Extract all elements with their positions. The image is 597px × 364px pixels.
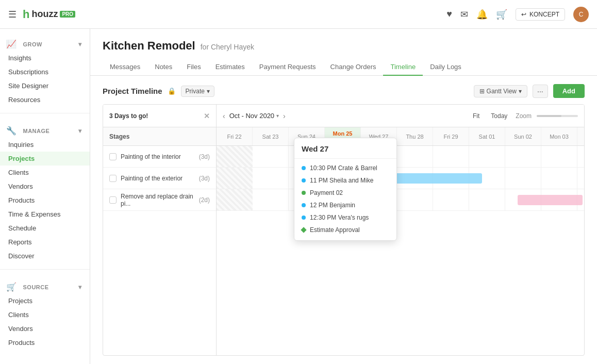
list-item: 10:30 PM Crate & Barrel: [294, 162, 396, 174]
mail-icon[interactable]: ✉: [460, 9, 468, 20]
gantt-right-controls: Fit Today Zoom: [463, 111, 584, 121]
private-chevron-icon: ▾: [207, 88, 210, 95]
gantt-grid: Fri 22 Sat 23 Sun 24 Mon 25: [217, 127, 584, 355]
sidebar-item-source-products[interactable]: Products: [0, 336, 90, 350]
tab-notes[interactable]: Notes: [147, 59, 179, 76]
sidebar-item-vendors[interactable]: Vendors: [0, 179, 90, 193]
logo[interactable]: h houzz PRO: [23, 8, 75, 21]
sidebar-item-resources[interactable]: Resources: [0, 93, 90, 107]
gantt-body: Stages Painting of the interior (3d) Pai…: [103, 127, 584, 355]
stage-checkbox-1[interactable]: [109, 153, 117, 160]
prev-date-button[interactable]: ‹: [223, 112, 225, 120]
popup-dot-icon: [302, 166, 306, 170]
days-badge-text: 3 Days to go!: [109, 112, 148, 120]
next-date-button[interactable]: ›: [283, 112, 286, 120]
stages-header: Stages: [103, 127, 216, 146]
add-button[interactable]: Add: [553, 84, 585, 98]
gantt-cell: [433, 189, 469, 210]
sidebar-section-grow-header[interactable]: 📈 GROW ▾: [0, 37, 90, 51]
date-col-sat23: Sat 23: [253, 127, 289, 145]
hamburger-icon[interactable]: ☰: [8, 9, 16, 20]
date-range[interactable]: Oct - Nov 2020 ▾: [229, 112, 279, 120]
sidebar-item-reports[interactable]: Reports: [0, 235, 90, 249]
gantt-view-button[interactable]: ⊞ Gantt View ▾: [474, 85, 527, 97]
sidebar-item-time-expenses[interactable]: Time & Expenses: [0, 207, 90, 221]
sidebar-section-manage-header[interactable]: 🔧 MANAGE ▾: [0, 124, 90, 138]
sidebar-item-source-vendors[interactable]: Vendors: [0, 322, 90, 336]
hatch-3: [217, 189, 253, 210]
sidebar-section-source-header[interactable]: 🛒 SOURCE ▾: [0, 280, 90, 294]
zoom-slider[interactable]: [537, 115, 578, 117]
private-button[interactable]: Private ▾: [181, 86, 214, 97]
tab-payment-requests[interactable]: Payment Requests: [252, 59, 323, 76]
tab-change-orders[interactable]: Change Orders: [323, 59, 384, 76]
tab-daily-logs[interactable]: Daily Logs: [423, 59, 469, 76]
stage-checkbox-3[interactable]: [109, 196, 117, 204]
heart-icon[interactable]: ♥: [446, 9, 452, 20]
gantt-cell: [469, 146, 505, 167]
date-col-sat01: Sat 01: [469, 127, 505, 145]
project-tabs: Messages Notes Files Estimates Payment R…: [103, 59, 585, 75]
popup-item-text: 12 PM Benjamin: [310, 202, 355, 209]
tab-files[interactable]: Files: [179, 59, 208, 76]
table-row: Painting of the interior (3d): [103, 146, 216, 168]
sidebar-item-inquiries[interactable]: Inquiries: [0, 138, 90, 152]
stage-name-1: Painting of the interior: [121, 153, 195, 160]
date-col-thu28: Thu 28: [397, 127, 433, 145]
sidebar-item-site-designer[interactable]: Site Designer: [0, 79, 90, 93]
task-bar-3[interactable]: [518, 195, 583, 205]
popup-wed27[interactable]: Wed 27 10:30 PM Crate & Barrel 11 PM She…: [294, 138, 397, 241]
project-name: Kitchen Remodel: [103, 39, 195, 53]
gantt-cell: [253, 189, 289, 210]
gantt-row-1: [217, 146, 584, 168]
close-days-badge-button[interactable]: ✕: [204, 112, 210, 120]
gantt-chevron-icon: ▾: [519, 88, 522, 95]
date-col-sun02: Sun 02: [505, 127, 541, 145]
content-area: Kitchen Remodel for Cheryl Hayek Message…: [90, 29, 597, 364]
sidebar-item-products[interactable]: Products: [0, 193, 90, 207]
gantt-cell: [397, 189, 433, 210]
lock-icon: 🔒: [168, 87, 176, 95]
sidebar-item-source-projects[interactable]: Projects: [0, 294, 90, 308]
popup-dot-icon: [302, 203, 306, 207]
date-range-text: Oct - Nov 2020: [229, 112, 274, 120]
sidebar-item-schedule[interactable]: Schedule: [0, 221, 90, 235]
gantt-cell: [577, 146, 584, 167]
gantt-cell: [469, 189, 505, 210]
avatar[interactable]: C: [573, 7, 589, 22]
sidebar-item-insights[interactable]: Insights: [0, 51, 90, 65]
sidebar-item-projects[interactable]: Projects: [0, 152, 90, 166]
list-item: 12:30 PM Vera's rugs: [294, 211, 396, 224]
more-options-button[interactable]: ···: [533, 85, 548, 98]
koncept-button[interactable]: ↩ KONCEPT: [516, 8, 565, 21]
cart-icon[interactable]: 🛒: [496, 9, 507, 20]
private-label: Private: [186, 88, 205, 95]
gantt-cell: [541, 146, 577, 167]
stage-checkbox-2[interactable]: [109, 175, 117, 182]
sidebar-item-subscriptions[interactable]: Subscriptions: [0, 65, 90, 79]
grow-chevron-icon: ▾: [78, 41, 82, 48]
sidebar-item-source-clients[interactable]: Clients: [0, 308, 90, 322]
popup-item-text: Payment 02: [310, 189, 343, 196]
tab-messages[interactable]: Messages: [103, 59, 147, 76]
timeline-toolbar: Project Timeline 🔒 Private ▾ ⊞ Gantt Vie…: [103, 84, 585, 98]
gantt-top-bar: 3 Days to go! ✕ ‹ Oct - Nov 2020 ▾ › Fit…: [103, 105, 584, 127]
popup-dot-icon: [302, 216, 306, 220]
koncept-label: KONCEPT: [529, 11, 559, 18]
timeline-area: Project Timeline 🔒 Private ▾ ⊞ Gantt Vie…: [90, 76, 597, 364]
popup-title: Wed 27: [294, 144, 396, 159]
tab-timeline[interactable]: Timeline: [383, 59, 423, 76]
gantt-cell: [505, 146, 541, 167]
sidebar-item-clients[interactable]: Clients: [0, 166, 90, 179]
bell-icon[interactable]: 🔔: [476, 9, 488, 20]
sidebar-item-discover[interactable]: Discover: [0, 249, 90, 263]
popup-item-text: 12:30 PM Vera's rugs: [310, 214, 369, 221]
fit-button[interactable]: Fit: [470, 111, 483, 121]
logo-pro-badge: PRO: [60, 11, 75, 18]
sidebar-section-source: 🛒 SOURCE ▾ Projects Clients Vendors Prod…: [0, 272, 90, 354]
gantt-dates-row: Fri 22 Sat 23 Sun 24 Mon 25: [217, 127, 584, 146]
gantt-row-2: [217, 168, 584, 189]
tab-estimates[interactable]: Estimates: [208, 59, 252, 76]
date-col-tue04: Tue 04: [577, 127, 584, 145]
today-button[interactable]: Today: [488, 111, 510, 121]
